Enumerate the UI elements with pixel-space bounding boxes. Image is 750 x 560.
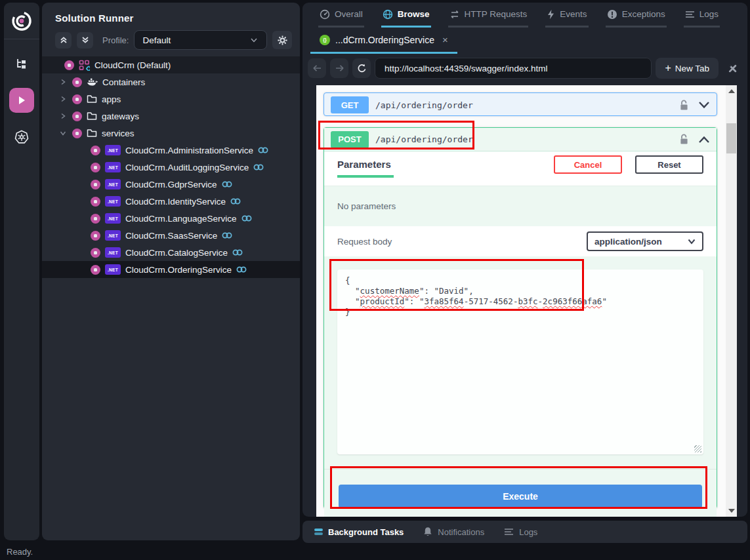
unlocked-padlock-icon[interactable]: [679, 100, 689, 111]
folder-icon: [87, 111, 97, 121]
request-body-editor[interactable]: { "customerName": "David", "productId": …: [337, 270, 703, 454]
endpoint-link-icon: [222, 231, 232, 239]
swap-arrows-icon: [449, 10, 460, 19]
dotnet-badge-icon: .NET: [105, 213, 121, 224]
logs-button[interactable]: Logs: [504, 527, 537, 537]
tree-item-containers[interactable]: Containers: [42, 73, 300, 90]
refresh-button[interactable]: [352, 58, 371, 78]
tree-item-catalog-service[interactable]: .NET CloudCrm.CatalogService: [42, 244, 300, 261]
endpoint-link-icon: [236, 266, 247, 273]
request-body-row: Request body application/json: [324, 226, 717, 256]
content-type-select[interactable]: application/json: [587, 231, 703, 251]
profile-select-value: Default: [142, 35, 249, 45]
app-logo: [4, 3, 39, 39]
tab-http-requests[interactable]: HTTP Requests: [448, 3, 529, 28]
arrow-right-icon: [335, 64, 344, 72]
get-endpoint-path: /api/ordering/order: [375, 100, 673, 110]
double-chevron-up-icon: [59, 35, 68, 45]
expand-all-button[interactable]: [77, 32, 93, 49]
no-parameters-text: No parameters: [337, 201, 396, 211]
tree-item-gateways[interactable]: gateways: [42, 108, 300, 125]
browser-scrollbar[interactable]: [726, 85, 737, 517]
chevron-up-icon[interactable]: [698, 136, 710, 144]
new-tab-label: New Tab: [675, 64, 709, 73]
chevron-right-icon: [60, 113, 66, 119]
lines-icon: [504, 528, 514, 536]
tree-item-administration-service[interactable]: .NET CloudCrm.AdministrationService: [42, 142, 300, 159]
tree-item-ordering-service[interactable]: .NET CloudCrm.OrderingService: [42, 261, 300, 278]
detail-panel: Overall Browse HTTP Requests: [302, 3, 747, 517]
tab-label: Browse: [398, 9, 430, 19]
get-method-badge: GET: [331, 96, 369, 113]
kubernetes-button[interactable]: [9, 125, 34, 150]
notifications-button[interactable]: Notifications: [423, 527, 484, 537]
background-tasks-button[interactable]: Background Tasks: [314, 527, 404, 537]
bell-icon: [423, 527, 432, 537]
tab-overall[interactable]: Overall: [318, 3, 364, 28]
execute-button[interactable]: Execute: [339, 485, 702, 508]
cancel-button[interactable]: Cancel: [554, 155, 622, 174]
dotnet-badge-icon: .NET: [105, 179, 121, 190]
opblock-post-order: POST /api/ordering/order Parameters: [323, 127, 717, 509]
browser-tab-title: ...dCrm.OrderingService: [335, 35, 434, 45]
resize-handle[interactable]: [694, 445, 701, 452]
dotnet-badge-icon: .NET: [105, 162, 121, 172]
tree-item-apps[interactable]: apps: [42, 90, 300, 108]
folder-icon: [87, 129, 97, 138]
endpoint-link-icon: [222, 180, 232, 188]
dotnet-badge-icon: .NET: [105, 247, 121, 258]
content-type-value: application/json: [594, 237, 682, 247]
tree-item-label: CloudCrm (Default): [94, 60, 171, 70]
new-tab-button[interactable]: + New Tab: [656, 58, 719, 79]
tab-logs[interactable]: Logs: [684, 3, 720, 28]
back-button[interactable]: [308, 58, 326, 78]
scroll-down-arrow-icon[interactable]: [728, 509, 735, 513]
exclamation-circle-icon: [607, 9, 617, 20]
run-button[interactable]: [9, 88, 34, 113]
reset-button[interactable]: Reset: [635, 155, 703, 174]
tree-item-auditlogging-service[interactable]: .NET CloudCrm.AuditLoggingService: [42, 159, 300, 176]
tree-item-label: CloudCrm.LanguageService: [125, 214, 237, 224]
tab-browse[interactable]: Browse: [381, 3, 431, 28]
tab-label: HTTP Requests: [465, 9, 528, 19]
tree-item-gdpr-service[interactable]: .NET CloudCrm.GdprService: [42, 176, 300, 193]
browser-tab-orderingservice[interactable]: {} ...dCrm.OrderingService ×: [310, 28, 457, 54]
tree-item-language-service[interactable]: .NET CloudCrm.LanguageService: [42, 210, 300, 227]
close-tab-icon[interactable]: ×: [442, 34, 448, 45]
opblock-get-header[interactable]: GET /api/ordering/order: [324, 93, 717, 117]
devtools-button[interactable]: [722, 58, 742, 78]
chevron-down-icon: [688, 239, 696, 245]
scroll-up-arrow-icon[interactable]: [728, 89, 735, 93]
status-text: Ready.: [7, 547, 33, 557]
profile-settings-button[interactable]: [272, 31, 292, 49]
bb-label: Logs: [519, 527, 537, 537]
profile-select[interactable]: Default: [134, 30, 267, 50]
tree-item-label: CloudCrm.CatalogService: [125, 248, 228, 258]
tab-label: Exceptions: [622, 9, 665, 19]
scrollbar-thumb[interactable]: [726, 123, 736, 153]
collapse-all-button[interactable]: [55, 32, 72, 49]
unlocked-padlock-icon[interactable]: [679, 134, 689, 145]
url-input[interactable]: http://localhost:44359/swagger/index.htm…: [375, 58, 652, 79]
opblock-post-header[interactable]: POST /api/ordering/order: [324, 128, 717, 151]
chevron-down-icon[interactable]: [698, 101, 710, 109]
tree-item-cloudcrm-root[interactable]: CloudCrm (Default): [42, 56, 300, 73]
status-donut-icon: [91, 197, 100, 207]
solution-tree-button[interactable]: [9, 51, 34, 76]
parameters-header: Parameters Cancel Reset: [324, 151, 717, 178]
tab-exceptions[interactable]: Exceptions: [606, 3, 667, 28]
opblock-get-order[interactable]: GET /api/ordering/order: [323, 92, 717, 116]
forward-button[interactable]: [330, 58, 348, 78]
status-donut-icon: [72, 111, 82, 121]
status-donut-icon: [64, 60, 74, 70]
tab-label: Events: [560, 9, 587, 19]
tree-item-services[interactable]: services: [42, 125, 300, 142]
tree-item-identity-service[interactable]: .NET CloudCrm.IdentityService: [42, 193, 300, 210]
tree-item-label: Containers: [102, 77, 145, 87]
chevron-down-icon: [60, 130, 66, 136]
profile-label: Profile:: [102, 35, 129, 45]
tab-events[interactable]: Events: [545, 3, 588, 28]
tasks-icon: [314, 529, 323, 535]
tree-item-saas-service[interactable]: .NET CloudCrm.SaasService: [42, 227, 300, 244]
plus-icon: +: [665, 62, 671, 74]
